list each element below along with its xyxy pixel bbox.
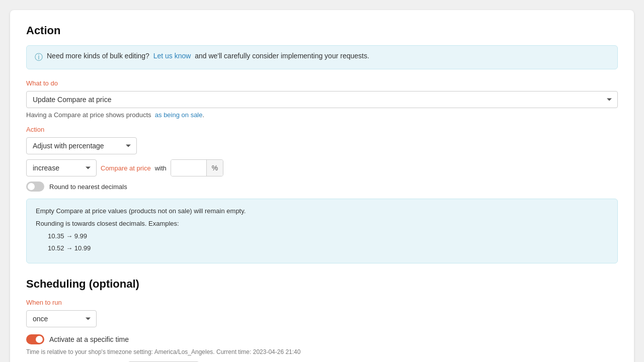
percent-symbol: % bbox=[206, 160, 223, 176]
scheduling-title: Scheduling (optional) bbox=[26, 278, 618, 291]
direction-row: increase decrease Compare at price with … bbox=[26, 159, 618, 176]
what-to-do-label: What to do bbox=[26, 79, 618, 87]
direction-select-wrapper[interactable]: increase decrease bbox=[26, 159, 97, 176]
info-icon: ⓘ bbox=[35, 52, 43, 63]
what-to-do-select[interactable]: Update Compare at price Update Price Set… bbox=[26, 91, 618, 108]
on-sale-link[interactable]: as being on sale bbox=[155, 111, 203, 119]
activate-row: Activate at a specific time bbox=[26, 334, 618, 344]
adjust-row: Adjust with percentage Set fixed price I… bbox=[26, 137, 618, 154]
when-to-run-label: When to run bbox=[26, 299, 618, 306]
percent-input-wrapper[interactable]: % bbox=[171, 159, 223, 176]
adjust-select-wrapper[interactable]: Adjust with percentage Set fixed price I… bbox=[26, 137, 137, 154]
round-label: Round to nearest decimals bbox=[49, 183, 127, 191]
rounding-info-box: Empty Compare at price values (products … bbox=[26, 199, 618, 263]
what-to-do-select-wrapper[interactable]: Update Compare at price Update Price Set… bbox=[26, 91, 618, 108]
info-example2: 10.52 → 10.99 bbox=[36, 243, 608, 254]
adjust-select[interactable]: Adjust with percentage Set fixed price I… bbox=[26, 137, 137, 154]
info-banner: ⓘ Need more kinds of bulk editing? Let u… bbox=[26, 45, 618, 69]
activate-toggle[interactable] bbox=[26, 334, 44, 344]
when-to-run-row: When to run once daily weekly monthly bbox=[26, 299, 618, 327]
scheduling-section: Scheduling (optional) When to run once d… bbox=[26, 278, 618, 362]
action-sub-section: Action Adjust with percentage Set fixed … bbox=[26, 126, 618, 263]
hint-text: Having a Compare at price shows products… bbox=[26, 111, 618, 119]
when-select-wrapper[interactable]: once daily weekly monthly bbox=[26, 310, 97, 327]
direction-select[interactable]: increase decrease bbox=[26, 159, 97, 176]
let-us-know-link[interactable]: Let us know bbox=[153, 52, 191, 60]
info-line2: Rounding is towards closest decimals. Ex… bbox=[36, 219, 608, 229]
info-line1: Empty Compare at price values (products … bbox=[36, 206, 608, 217]
with-label: with bbox=[155, 164, 167, 172]
action-title: Action bbox=[26, 24, 618, 37]
round-slider bbox=[26, 182, 44, 192]
compare-at-price-label: Compare at price bbox=[101, 164, 151, 172]
main-card: Action ⓘ Need more kinds of bulk editing… bbox=[10, 10, 634, 362]
round-toggle[interactable] bbox=[26, 182, 44, 192]
round-row: Round to nearest decimals bbox=[26, 182, 618, 192]
info-example1: 10.35 → 9.99 bbox=[36, 231, 608, 242]
info-banner-text: Need more kinds of bulk editing? Let us … bbox=[47, 52, 369, 60]
action-sub-label: Action bbox=[26, 126, 618, 133]
when-select[interactable]: once daily weekly monthly bbox=[26, 310, 97, 327]
activate-label: Activate at a specific time bbox=[49, 335, 129, 343]
percent-input[interactable] bbox=[171, 160, 206, 176]
activate-slider bbox=[26, 334, 44, 344]
timezone-note: Time is relative to your shop's timezone… bbox=[26, 348, 618, 355]
